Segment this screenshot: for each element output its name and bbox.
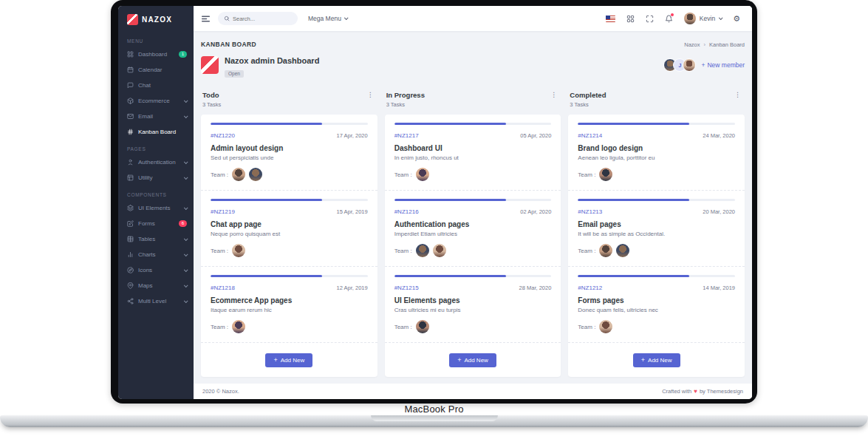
task-description: It will be as simple as Occidental. [578,231,735,237]
task-card[interactable]: #NZ121915 Apr, 2019Chat app pageNeque po… [201,191,377,267]
task-card[interactable]: #NZ121528 Mar, 2020UI Elements pagesCras… [385,267,561,343]
task-id-link[interactable]: #NZ1218 [211,285,235,291]
language-flag-button[interactable] [606,16,615,22]
sidebar-item-tables[interactable]: Tables [118,231,194,247]
breadcrumb-current: Kanban Board [709,41,745,48]
task-team: Team : [211,320,368,333]
task-card[interactable]: #NZ122017 Apr, 2020Admin layout designSe… [201,115,377,191]
sidebar-item-icons[interactable]: Icons [118,262,194,278]
macbook-screen: NAZOX MENUDashboard1CalendarChatEcommerc… [111,0,757,404]
team-label: Team : [211,171,228,178]
status-badge: Open [225,70,244,78]
menu-toggle-button[interactable] [201,14,211,24]
task-progress-fill [394,123,506,125]
task-id-link[interactable]: #NZ1213 [578,208,602,215]
task-progress-bar [394,275,552,277]
task-card[interactable]: #NZ121214 Mar, 2019Forms pagesDonec quam… [568,267,745,343]
add-new-row: +Add New [385,343,561,377]
sidebar-item-chat[interactable]: Chat [118,78,194,93]
sidebar-item-label: Authentication [138,159,180,166]
sidebar-item-dashboard[interactable]: Dashboard1 [118,47,194,62]
member-avatar [599,244,612,257]
add-new-button[interactable]: +Add New [449,353,496,367]
task-card[interactable]: #NZ121812 Apr, 2019Ecommerce App pagesIt… [201,267,377,343]
board-title: Nazox admin Dashboard [225,56,319,65]
add-new-button[interactable]: +Add New [265,353,312,367]
task-meta-row: #NZ121214 Mar, 2019 [578,285,735,291]
tables-icon [127,236,134,242]
sidebar-item-calendar[interactable]: Calendar [118,62,194,78]
brand-logo[interactable]: NAZOX [118,6,194,32]
add-new-button[interactable]: +Add New [633,353,680,367]
sidebar-item-label: Charts [138,251,180,258]
task-meta-row: #NZ121915 Apr, 2019 [211,208,368,215]
email-icon [127,113,134,120]
search-input[interactable] [233,16,292,22]
search-box[interactable] [218,12,298,25]
dashboard-icon [127,51,134,58]
plus-icon: + [701,61,705,69]
team-avatar-group[interactable]: J [663,58,696,72]
apps-grid-button[interactable] [626,15,635,23]
column-menu-icon[interactable]: ⋮ [548,91,559,108]
task-id-link[interactable]: #NZ1217 [394,132,419,139]
task-progress-bar [578,199,735,201]
fullscreen-icon [646,15,654,23]
sidebar-item-charts[interactable]: Charts [118,247,194,262]
breadcrumb-parent[interactable]: Nazox [684,41,700,48]
sidebar-item-email[interactable]: Email [118,109,194,124]
macbook-notch [371,415,498,421]
chevron-down-icon [184,236,188,241]
team-label: Team : [394,324,412,330]
user-menu-button[interactable]: Kevin [684,13,722,24]
task-id-link[interactable]: #NZ1214 [578,132,602,139]
kanban-column-in-progress: In Progress3 Tasks⋮#NZ121705 Apr, 2020Da… [385,90,561,377]
sidebar-item-multi-level[interactable]: Multi Level [118,293,194,309]
task-date: 12 Apr, 2019 [337,285,368,291]
task-team: Team : [578,168,735,181]
apps-grid-icon [626,15,635,23]
task-card[interactable]: #NZ121424 Mar, 2020Brand logo designAene… [568,115,745,191]
sidebar-item-ecommerce[interactable]: Ecommerce [118,93,194,109]
task-progress-bar [211,123,368,125]
task-id-link[interactable]: #NZ1220 [211,132,235,139]
task-description: Itaque earum rerum hic [211,307,368,313]
chevron-down-icon [184,175,188,180]
sidebar-item-forms[interactable]: Forms6 [118,216,194,231]
task-id-link[interactable]: #NZ1215 [394,285,419,291]
sidebar-item-kanban-board[interactable]: Kanban Board [118,124,194,140]
macbook-base [0,415,868,427]
icons-icon [127,267,134,273]
column-menu-icon[interactable]: ⋮ [365,91,376,108]
task-card[interactable]: #NZ121320 Mar, 2020Email pagesIt will be… [568,191,745,267]
sidebar-item-authentication[interactable]: Authentication [118,154,194,170]
task-id-link[interactable]: #NZ1212 [578,285,602,291]
task-description: Imperdiet Etiam ultricies [394,231,552,237]
kanban-icon [127,129,134,135]
task-id-link[interactable]: #NZ1216 [394,208,419,215]
settings-button[interactable]: ⚙ [733,15,740,23]
sidebar-section-label: PAGES [118,140,194,154]
kanban-board: Todo3 Tasks⋮#NZ122017 Apr, 2020Admin lay… [201,90,745,377]
task-date: 15 Apr, 2019 [337,208,368,215]
new-member-label: New member [707,61,745,69]
fullscreen-button[interactable] [646,15,654,23]
sidebar-item-label: Icons [138,267,180,273]
add-new-row: +Add New [201,343,377,377]
task-card[interactable]: #NZ121705 Apr, 2020Dashboard UIIn enim j… [385,115,561,191]
new-member-button[interactable]: + New member [701,61,745,69]
sidebar-item-ui-elements[interactable]: UI Elements [118,200,194,216]
chevron-down-icon [184,252,188,256]
task-date: 14 Mar, 2019 [703,285,735,291]
heart-icon: ♥ [694,388,697,395]
utility-icon [127,174,134,181]
sidebar-item-maps[interactable]: Maps [118,278,194,293]
task-team: Team : [394,168,552,181]
task-progress-bar [211,275,368,277]
column-menu-icon[interactable]: ⋮ [732,91,743,108]
sidebar-item-utility[interactable]: Utility [118,170,194,186]
task-card[interactable]: #NZ121602 Apr, 2020Authentication pagesI… [385,191,561,267]
task-id-link[interactable]: #NZ1219 [211,208,235,215]
mega-menu-button[interactable]: Mega Menu [308,15,347,22]
notifications-button[interactable] [665,15,673,23]
